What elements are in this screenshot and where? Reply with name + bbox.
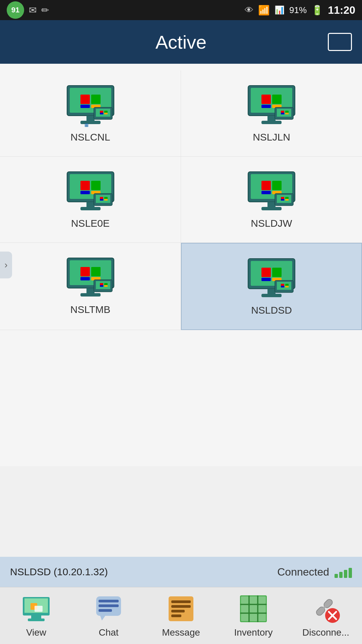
svg-rect-89 [31, 615, 41, 619]
signal-bar-3 [344, 570, 347, 578]
svg-rect-99 [171, 610, 185, 612]
device-label-nsldjw: NSLDJW [251, 218, 292, 229]
notification-badge: 91 [7, 1, 24, 19]
selected-device-info: NSLDSD (10.20.1.32) [10, 566, 108, 578]
svg-rect-55 [281, 199, 284, 201]
email-icon: ✉ [29, 5, 37, 16]
computer-icon-nsldsd [245, 257, 298, 301]
toolbar-inventory-button[interactable]: Inventory [217, 594, 290, 638]
svg-rect-70 [104, 285, 108, 287]
svg-rect-84 [285, 286, 289, 287]
svg-rect-19 [261, 105, 271, 108]
svg-rect-17 [261, 95, 271, 104]
svg-rect-18 [272, 95, 282, 104]
svg-rect-21 [267, 116, 276, 121]
signal-bar-1 [335, 574, 338, 578]
svg-rect-69 [100, 285, 103, 287]
status-bar: 91 ✉ ✏ 👁 📶 📊 91% 🔋 11:20 [0, 0, 362, 20]
connected-label: Connected [277, 566, 329, 578]
device-cell-nsltmb[interactable]: NSLTMB [0, 243, 181, 330]
device-label-nsldsd: NSLDSD [251, 305, 292, 316]
svg-rect-92 [99, 600, 119, 602]
device-grid: ⊞ NSLCNL NSLJLN [0, 70, 362, 330]
toolbar-disconnect-label: Disconne... [302, 627, 349, 638]
battery-icon: 🔋 [311, 5, 323, 16]
computer-icon-nsle0e [64, 170, 117, 214]
side-arrow-button[interactable]: › [0, 252, 12, 278]
svg-rect-28 [285, 113, 289, 114]
computer-icon-nsldjw [245, 170, 298, 214]
main-content: › [0, 64, 362, 466]
svg-rect-7 [80, 121, 101, 124]
toolbar-view-label: View [26, 627, 46, 638]
connection-status: Connected [277, 566, 352, 578]
svg-rect-4 [80, 105, 90, 108]
svg-text:⊞: ⊞ [84, 122, 88, 127]
device-label-nsle0e: NSLE0E [71, 218, 110, 229]
svg-rect-60 [91, 267, 101, 276]
svg-rect-88 [35, 606, 43, 612]
status-bar-right: 👁 📶 📊 91% 🔋 11:20 [245, 4, 355, 16]
svg-rect-45 [261, 181, 271, 190]
svg-rect-3 [91, 95, 101, 104]
svg-rect-12 [100, 113, 103, 114]
svg-marker-95 [100, 616, 105, 621]
svg-rect-42 [104, 199, 108, 201]
status-bar-left: 91 ✉ ✏ [7, 1, 49, 19]
svg-rect-47 [261, 191, 271, 194]
toolbar-view-button[interactable]: View [0, 594, 72, 638]
svg-rect-61 [80, 277, 90, 280]
svg-rect-110 [250, 605, 257, 612]
svg-rect-31 [80, 181, 90, 190]
svg-rect-107 [250, 596, 257, 604]
window-button[interactable] [328, 33, 352, 51]
svg-rect-111 [258, 605, 266, 612]
toolbar-message-button[interactable]: Message [145, 594, 217, 638]
device-cell-nsldjw[interactable]: NSLDJW [181, 157, 362, 243]
chat-icon [94, 594, 124, 624]
toolbar-chat-label: Chat [99, 627, 118, 638]
selected-device-name: NSLDSD [10, 566, 51, 577]
computer-icon-nsltmb [64, 256, 117, 300]
device-cell-nsle0e[interactable]: NSLE0E [0, 157, 181, 243]
chevron-right-icon: › [4, 260, 7, 270]
svg-rect-41 [100, 199, 103, 201]
device-label-nsljln: NSLJLN [253, 131, 290, 143]
device-cell-nsldsd[interactable]: NSLDSD [181, 243, 362, 330]
toolbar-disconnect-button[interactable]: Disconne... [290, 594, 362, 638]
device-cell-nsljln[interactable]: NSLJLN [181, 70, 362, 157]
header: Active [0, 20, 362, 64]
svg-rect-6 [86, 116, 95, 121]
svg-rect-113 [250, 614, 257, 621]
svg-rect-36 [80, 207, 101, 210]
svg-rect-96 [169, 596, 193, 621]
svg-rect-93 [99, 604, 119, 607]
inventory-icon [238, 594, 268, 624]
svg-rect-59 [80, 267, 90, 276]
disconnect-icon [311, 594, 341, 624]
svg-rect-94 [99, 609, 112, 612]
svg-rect-46 [272, 181, 282, 190]
svg-rect-2 [80, 95, 90, 104]
svg-rect-56 [285, 199, 289, 201]
computer-icon-nsljln [245, 84, 298, 127]
svg-rect-50 [261, 207, 282, 210]
svg-rect-100 [171, 614, 181, 617]
view-icon [21, 594, 51, 624]
computer-icon-nslcnl: ⊞ [64, 84, 117, 127]
svg-rect-78 [261, 294, 282, 297]
device-label-nslcnl: NSLCNL [70, 131, 110, 143]
device-cell-nslcnl[interactable]: ⊞ NSLCNL [0, 70, 181, 157]
svg-rect-108 [258, 596, 266, 604]
svg-rect-32 [91, 181, 101, 190]
svg-rect-73 [261, 268, 271, 277]
toolbar-chat-button[interactable]: Chat [72, 594, 145, 638]
svg-rect-22 [261, 121, 282, 124]
signal-bar-4 [349, 568, 352, 578]
svg-rect-112 [241, 614, 248, 621]
signal-bars [335, 566, 352, 578]
svg-rect-13 [104, 113, 108, 114]
signal-icon: 📊 [275, 5, 285, 15]
bottom-toolbar: View Chat Message [0, 587, 362, 644]
svg-rect-97 [171, 600, 191, 603]
